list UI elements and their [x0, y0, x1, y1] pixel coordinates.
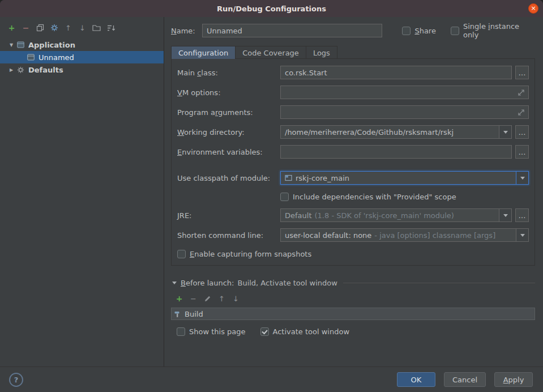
remove-configuration-button[interactable]: − [19, 23, 33, 33]
build-hammer-icon [174, 310, 181, 318]
jre-label: JRE: [177, 211, 280, 220]
enable-capturing-checkbox-box[interactable] [177, 250, 186, 258]
program-arguments-input[interactable] [280, 105, 529, 119]
jre-combobox[interactable]: Default (1.8 - SDK of 'rskj-core_main' m… [280, 208, 512, 222]
before-launch-list: Build [171, 308, 535, 320]
configurations-sidebar: + − ↑ ↓ [0, 17, 164, 367]
shorten-command-line-dropdown-button[interactable] [516, 229, 528, 241]
dropdown-arrow-icon [503, 214, 508, 217]
ellipsis-icon: … [519, 148, 526, 156]
tree-item-unnamed[interactable]: Unnamed [0, 51, 164, 63]
name-row: Name: Unnamed Share Single instance only [171, 24, 535, 37]
before-launch-item-build[interactable]: Build [172, 310, 535, 318]
move-up-button[interactable]: ↑ [61, 23, 75, 33]
enable-capturing-row: Enable capturing form snapshots [177, 248, 529, 259]
shorten-command-line-combobox[interactable]: user-local default: none - java [options… [280, 228, 529, 242]
apply-button[interactable]: Apply [494, 372, 533, 387]
titlebar[interactable]: Run/Debug Configurations × [0, 0, 543, 17]
footer-buttons: OK Cancel Apply [388, 372, 533, 387]
help-button[interactable]: ? [9, 373, 23, 387]
plus-icon: + [8, 24, 15, 32]
jre-value-detail: (1.8 - SDK of 'rskj-core_main' module) [315, 211, 454, 220]
move-down-button[interactable]: ↓ [75, 23, 89, 33]
close-icon: × [531, 5, 536, 12]
before-launch-remove-button[interactable]: − [186, 293, 200, 304]
main-class-browse-button[interactable]: … [515, 66, 529, 79]
working-directory-browse-button[interactable]: … [515, 125, 529, 139]
working-directory-value: /home/meriherrera/Code/Github/rsksmart/r… [285, 128, 454, 137]
single-instance-checkbox[interactable]: Single instance only [451, 22, 535, 39]
run-debug-configurations-dialog: Run/Debug Configurations × + − ↑ [0, 0, 543, 392]
before-launch-move-up-button[interactable]: ↑ [215, 293, 229, 304]
create-folder-button[interactable] [89, 23, 104, 33]
ellipsis-icon: … [519, 128, 526, 137]
classpath-module-value: rskj-core_main [296, 174, 349, 182]
tab-code-coverage[interactable]: Code Coverage [236, 46, 306, 59]
main-class-value: co.rsk.Start [285, 69, 327, 77]
share-checkbox-box[interactable] [402, 27, 411, 35]
include-dependencies-checkbox-box[interactable] [280, 193, 289, 201]
before-launch-edit-button[interactable] [200, 293, 215, 304]
program-arguments-label: Program arguments: [177, 108, 280, 117]
edit-templates-button[interactable] [47, 23, 61, 33]
classpath-module-combobox[interactable]: rskj-core_main [280, 171, 529, 185]
folder-icon [92, 24, 101, 31]
main-class-input[interactable]: co.rsk.Start [280, 66, 512, 79]
working-directory-combobox[interactable]: /home/meriherrera/Code/Github/rsksmart/r… [280, 125, 512, 139]
tree-item-defaults[interactable]: ▶ Defaults [0, 63, 164, 76]
show-this-page-checkbox[interactable]: Show this page [177, 327, 246, 336]
expand-field-icon[interactable] [518, 109, 525, 116]
arrow-down-icon: ↓ [233, 295, 239, 302]
jre-browse-button[interactable]: … [515, 208, 529, 222]
name-label: Name: [171, 27, 202, 35]
tab-logs[interactable]: Logs [306, 46, 337, 59]
sort-configurations-button[interactable] [104, 23, 118, 33]
shorten-command-line-label: Shorten command line: [177, 231, 280, 240]
activate-tool-window-checkbox-box[interactable] [260, 327, 269, 336]
chevron-down-icon[interactable]: ▼ [8, 42, 15, 48]
jre-row: JRE: Default (1.8 - SDK of 'rskj-core_ma… [177, 208, 529, 222]
chevron-right-icon[interactable]: ▶ [8, 67, 15, 73]
before-launch-title: Before launch: [181, 279, 234, 287]
plus-icon: + [176, 295, 183, 302]
name-input[interactable]: Unnamed [202, 24, 382, 37]
enable-capturing-checkbox-label: Enable capturing form snapshots [190, 250, 311, 258]
tab-configuration[interactable]: Configuration [171, 46, 236, 59]
vm-options-label: VM options: [177, 88, 280, 97]
show-this-page-checkbox-box[interactable] [177, 327, 185, 336]
expand-field-icon[interactable] [518, 89, 525, 96]
share-checkbox[interactable]: Share [402, 27, 436, 35]
ellipsis-icon: … [519, 69, 526, 77]
vm-options-row: VM options: [177, 86, 529, 99]
classpath-module-dropdown-button[interactable] [516, 172, 528, 184]
collapse-triangle-icon[interactable] [172, 282, 177, 284]
add-configuration-button[interactable]: + [5, 23, 19, 33]
tree-item-label: Defaults [28, 66, 63, 74]
enable-capturing-checkbox[interactable]: Enable capturing form snapshots [177, 250, 311, 258]
jre-dropdown-button[interactable] [499, 209, 511, 221]
before-launch-add-button[interactable]: + [172, 293, 186, 304]
include-dependencies-checkbox[interactable]: Include dependencies with "Provided" sco… [280, 193, 456, 201]
cancel-button[interactable]: Cancel [444, 372, 486, 387]
copy-configuration-button[interactable] [33, 23, 47, 33]
ok-button[interactable]: OK [397, 372, 435, 387]
shorten-command-line-value-detail: - java [options] classname [args] [374, 231, 495, 240]
environment-variables-browse-button[interactable]: … [515, 145, 529, 159]
jre-value: Default [285, 211, 312, 220]
environment-variables-input[interactable] [280, 145, 512, 159]
close-button[interactable]: × [528, 3, 538, 14]
program-arguments-row: Program arguments: [177, 105, 529, 119]
config-tabs: Configuration Code Coverage Logs [171, 46, 535, 59]
classpath-module-label: Use classpath of module: [177, 174, 280, 182]
arrow-up-icon: ↑ [219, 295, 225, 302]
question-mark-icon: ? [14, 376, 19, 384]
sort-icon [107, 24, 115, 32]
activate-tool-window-checkbox[interactable]: Activate tool window [260, 327, 349, 336]
single-instance-checkbox-box[interactable] [451, 27, 459, 35]
before-launch-move-down-button[interactable]: ↓ [229, 293, 243, 304]
tree-item-application[interactable]: ▼ Application [0, 39, 164, 51]
vm-options-input[interactable] [280, 86, 529, 99]
working-directory-dropdown-button[interactable] [499, 126, 511, 138]
module-icon [285, 174, 292, 181]
before-launch-header[interactable]: Before launch: Build, Activate tool wind… [171, 277, 535, 288]
